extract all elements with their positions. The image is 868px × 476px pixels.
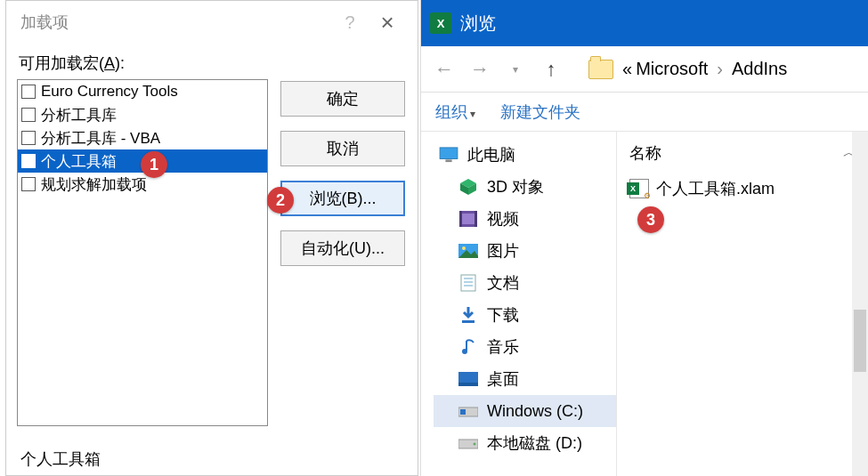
drive-icon bbox=[458, 435, 478, 451]
tree-item-downloads[interactable]: 下载 bbox=[434, 299, 616, 331]
list-item[interactable]: 分析工具库 - VBA bbox=[18, 126, 267, 149]
tree-item-label: 视频 bbox=[487, 208, 519, 230]
tree-item-this-pc[interactable]: 此电脑 bbox=[434, 139, 616, 171]
list-item-label: 分析工具库 - VBA bbox=[41, 128, 160, 149]
organize-menu[interactable]: 组织 bbox=[435, 101, 475, 123]
scrollbar[interactable] bbox=[852, 132, 868, 476]
svg-point-23 bbox=[474, 443, 476, 446]
svg-rect-6 bbox=[462, 214, 475, 224]
browse-toolbar: 组织 新建文件夹 bbox=[421, 93, 868, 132]
tree-item-drive-d[interactable]: 本地磁盘 (D:) bbox=[434, 427, 616, 459]
desktop-icon bbox=[458, 371, 478, 387]
tree-item-documents[interactable]: 文档 bbox=[434, 267, 616, 299]
tree-item-label: Windows (C:) bbox=[487, 402, 583, 421]
chevron-right-icon: › bbox=[717, 59, 723, 79]
tree-item-desktop[interactable]: 桌面 bbox=[434, 363, 616, 395]
tree-item-label: 图片 bbox=[487, 240, 519, 262]
excel-icon: X bbox=[430, 12, 451, 34]
tree-item-pictures[interactable]: 图片 bbox=[434, 235, 616, 267]
addins-titlebar: 加载项 ? × bbox=[6, 1, 418, 44]
checkbox-icon[interactable] bbox=[21, 154, 36, 168]
close-icon[interactable]: × bbox=[366, 9, 409, 36]
tree-item-label: 3D 对象 bbox=[487, 176, 544, 198]
svg-rect-19 bbox=[458, 383, 478, 386]
nav-up-icon[interactable]: ↑ bbox=[535, 58, 567, 81]
svg-rect-8 bbox=[475, 211, 477, 227]
crumb-prefix: « bbox=[622, 59, 632, 79]
folder-icon bbox=[588, 60, 613, 79]
column-name-header[interactable]: 名称 bbox=[629, 142, 661, 164]
callout-2: 2 bbox=[267, 187, 294, 214]
addins-body: 可用加载宏(A): Euro Currency Tools分析工具库分析工具库 … bbox=[6, 44, 418, 426]
column-header-row: 名称 ︿ bbox=[629, 142, 856, 164]
picture-icon bbox=[458, 243, 478, 259]
list-item[interactable]: Euro Currency Tools bbox=[18, 80, 267, 103]
addin-description: 个人工具箱 bbox=[20, 448, 101, 470]
addins-listbox[interactable]: Euro Currency Tools分析工具库分析工具库 - VBA个人工具箱… bbox=[17, 79, 268, 426]
ok-button[interactable]: 确定 bbox=[280, 81, 405, 117]
doc-icon bbox=[458, 275, 478, 291]
nav-back-icon[interactable]: ← bbox=[428, 58, 460, 81]
crumb-0[interactable]: Microsoft bbox=[636, 59, 708, 79]
music-icon bbox=[458, 339, 478, 355]
cube-icon bbox=[458, 179, 478, 195]
callout-1: 1 bbox=[141, 151, 167, 178]
help-icon[interactable]: ? bbox=[334, 12, 366, 33]
list-item[interactable]: 规划求解加载项 bbox=[18, 173, 267, 196]
drive-win-icon bbox=[458, 403, 478, 419]
tree-item-label: 桌面 bbox=[487, 368, 519, 390]
new-folder-button[interactable]: 新建文件夹 bbox=[500, 101, 580, 123]
browse-button[interactable]: 浏览(B)... bbox=[280, 181, 405, 216]
tree-item-label: 音乐 bbox=[487, 336, 519, 358]
browse-title: 浏览 bbox=[460, 12, 496, 36]
svg-rect-1 bbox=[445, 159, 451, 162]
checkbox-icon[interactable] bbox=[21, 131, 36, 145]
tree-item-3d-objects[interactable]: 3D 对象 bbox=[434, 171, 616, 203]
tree-item-drive-c[interactable]: Windows (C:) bbox=[434, 395, 616, 427]
tree-item-videos[interactable]: 视频 bbox=[434, 203, 616, 235]
xlam-file-icon: X⚙ bbox=[629, 179, 649, 198]
checkbox-icon[interactable] bbox=[21, 85, 36, 99]
checkbox-icon[interactable] bbox=[21, 177, 36, 191]
film-icon bbox=[458, 211, 478, 227]
list-item-label: 个人工具箱 bbox=[41, 151, 117, 172]
browse-body: 此电脑3D 对象视频图片文档下载音乐桌面Windows (C:)本地磁盘 (D:… bbox=[421, 132, 868, 476]
nav-forward-icon[interactable]: → bbox=[464, 58, 496, 81]
checkbox-icon[interactable] bbox=[21, 108, 36, 122]
svg-rect-12 bbox=[461, 275, 475, 291]
nav-tree[interactable]: 此电脑3D 对象视频图片文档下载音乐桌面Windows (C:)本地磁盘 (D:… bbox=[421, 132, 617, 476]
cancel-button[interactable]: 取消 bbox=[280, 131, 405, 166]
automation-button[interactable]: 自动化(U)... bbox=[280, 230, 405, 266]
tree-item-music[interactable]: 音乐 bbox=[434, 331, 616, 363]
svg-rect-7 bbox=[459, 211, 462, 227]
list-item-label: 规划求解加载项 bbox=[41, 174, 147, 195]
list-and-buttons: Euro Currency Tools分析工具库分析工具库 - VBA个人工具箱… bbox=[17, 79, 407, 426]
svg-point-10 bbox=[462, 246, 466, 250]
list-item[interactable]: 分析工具库 bbox=[18, 103, 267, 126]
file-name: 个人工具箱.xlam bbox=[656, 178, 775, 199]
tree-item-label: 文档 bbox=[487, 272, 519, 294]
svg-rect-21 bbox=[460, 409, 466, 415]
file-pane[interactable]: 名称 ︿ X⚙个人工具箱.xlam bbox=[617, 132, 868, 476]
tree-item-label: 此电脑 bbox=[467, 144, 515, 165]
list-item-label: 分析工具库 bbox=[41, 105, 117, 125]
list-item-label: Euro Currency Tools bbox=[41, 83, 178, 101]
crumb-1[interactable]: AddIns bbox=[732, 59, 787, 79]
svg-rect-16 bbox=[462, 320, 475, 323]
nav-bar: ← → ▾ ↑ « Microsoft › AddIns bbox=[421, 46, 868, 93]
browse-titlebar: X 浏览 bbox=[421, 0, 868, 46]
tree-item-label: 本地磁盘 (D:) bbox=[487, 432, 582, 454]
svg-rect-0 bbox=[440, 148, 458, 159]
monitor-icon bbox=[439, 147, 458, 163]
addins-title: 加载项 bbox=[15, 12, 334, 33]
file-row[interactable]: X⚙个人工具箱.xlam bbox=[629, 176, 856, 201]
download-icon bbox=[458, 307, 478, 323]
button-column: 确定 取消 浏览(B)... 自动化(U)... bbox=[280, 79, 405, 426]
addins-dialog: 加载项 ? × 可用加载宏(A): Euro Currency Tools分析工… bbox=[5, 0, 418, 476]
tree-item-label: 下载 bbox=[487, 304, 519, 326]
nav-recent-icon[interactable]: ▾ bbox=[499, 63, 531, 76]
callout-3: 3 bbox=[637, 206, 664, 233]
browse-dialog: X 浏览 ← → ▾ ↑ « Microsoft › AddIns 组织 新建文… bbox=[420, 0, 868, 476]
svg-point-17 bbox=[462, 349, 467, 354]
available-addins-label: 可用加载宏(A): bbox=[19, 52, 407, 74]
